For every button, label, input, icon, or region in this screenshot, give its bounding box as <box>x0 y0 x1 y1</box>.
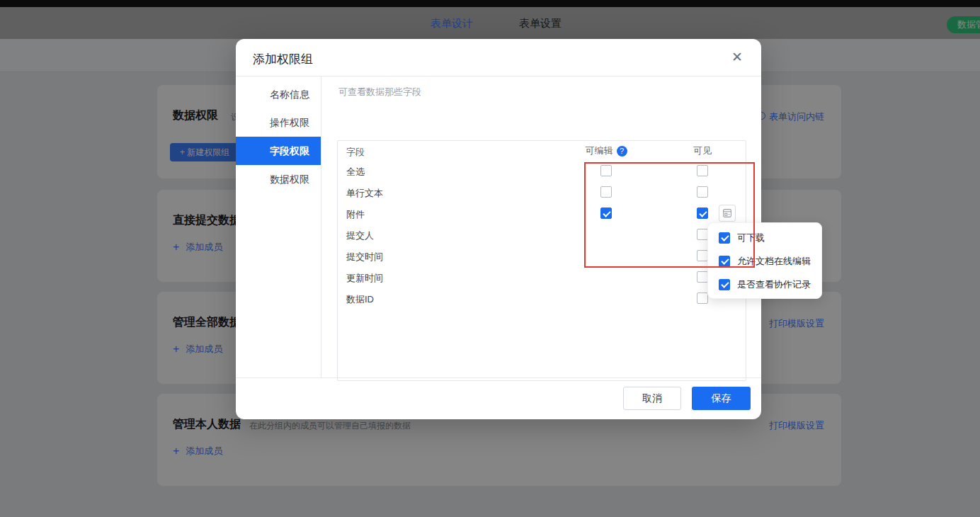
column-header-field: 字段 <box>346 146 365 159</box>
editable-checkbox[interactable] <box>600 165 612 176</box>
popup-option-online-edit[interactable]: 允许文档在线编辑 <box>708 249 821 273</box>
option-label: 是否查看协作记录 <box>737 278 811 291</box>
dialog-sidebar: 名称信息 操作权限 字段权限 数据权限 <box>236 76 321 377</box>
option-label: 允许文档在线编辑 <box>737 255 811 268</box>
sidebar-item-name-info[interactable]: 名称信息 <box>236 80 321 108</box>
cancel-button[interactable]: 取消 <box>623 387 681 410</box>
row-label: 提交人 <box>346 229 374 242</box>
table-row-update-time: 更新时间 <box>338 266 746 288</box>
option-label: 可下载 <box>737 232 765 244</box>
dialog-footer: 取消 保存 <box>236 377 761 419</box>
table-row-submit-time: 提交时间 <box>338 245 746 266</box>
table-row-data-id: 数据ID <box>338 288 746 309</box>
save-button[interactable]: 保存 <box>692 387 751 410</box>
column-header-editable: 可编辑 ? <box>571 144 642 157</box>
sidebar-item-operation-permission[interactable]: 操作权限 <box>236 108 321 137</box>
page: 表单设计 表单设置 数据管理 数据权限 设 + 新建权限组 表单访问内链 直接提… <box>0 0 980 517</box>
visible-checkbox[interactable] <box>697 186 708 198</box>
dialog-header: 添加权限组 ✕ <box>236 39 761 76</box>
dialog-content: 可查看数据那些字段 字段 可编辑 ? 可见 全选 <box>321 76 761 377</box>
table-header: 字段 可编辑 ? 可见 <box>338 141 746 160</box>
help-icon[interactable]: ? <box>617 146 627 157</box>
row-label: 全选 <box>346 166 365 178</box>
option-checkbox[interactable] <box>719 256 730 267</box>
sidebar-item-data-permission[interactable]: 数据权限 <box>236 165 321 193</box>
attachment-settings-icon <box>722 208 732 218</box>
row-label: 更新时间 <box>346 272 383 285</box>
table-row-select-all: 全选 <box>338 160 746 181</box>
column-header-visible: 可见 <box>667 144 738 157</box>
visible-checkbox[interactable] <box>697 229 708 240</box>
row-label: 提交时间 <box>346 251 383 263</box>
row-label: 数据ID <box>346 293 374 306</box>
popup-option-collab-record[interactable]: 是否查看协作记录 <box>708 273 821 296</box>
fields-section-label: 可查看数据那些字段 <box>338 86 421 98</box>
popup-option-downloadable[interactable]: 可下载 <box>708 226 821 249</box>
visible-checkbox[interactable] <box>697 292 708 304</box>
table-row-attachment: 附件 <box>338 203 746 224</box>
table-row-submitter: 提交人 <box>338 224 746 245</box>
table-row-single-line-text: 单行文本 <box>338 181 746 203</box>
option-checkbox[interactable] <box>719 232 730 244</box>
visible-checkbox[interactable] <box>697 271 708 283</box>
visible-checkbox[interactable] <box>697 165 708 176</box>
attachment-options-popup: 可下载 允许文档在线编辑 是否查看协作记录 <box>707 222 822 299</box>
attachment-settings-button[interactable] <box>719 205 736 222</box>
close-icon[interactable]: ✕ <box>730 50 744 64</box>
column-header-editable-label: 可编辑 <box>586 144 613 157</box>
row-label: 附件 <box>346 208 365 221</box>
visible-checkbox[interactable] <box>697 250 708 261</box>
row-label: 单行文本 <box>346 187 383 200</box>
visible-checkbox[interactable] <box>697 208 708 219</box>
option-checkbox[interactable] <box>719 279 730 290</box>
add-permission-group-dialog: 添加权限组 ✕ 名称信息 操作权限 字段权限 数据权限 可查看数据那些字段 字段… <box>236 39 761 419</box>
editable-checkbox[interactable] <box>600 208 612 219</box>
field-permission-table: 字段 可编辑 ? 可见 全选 单行文本 <box>337 140 746 381</box>
editable-checkbox[interactable] <box>600 186 612 198</box>
sidebar-item-field-permission[interactable]: 字段权限 <box>236 137 321 165</box>
dialog-body: 名称信息 操作权限 字段权限 数据权限 可查看数据那些字段 字段 可编辑 ? 可… <box>236 76 761 377</box>
dialog-title: 添加权限组 <box>253 51 313 67</box>
